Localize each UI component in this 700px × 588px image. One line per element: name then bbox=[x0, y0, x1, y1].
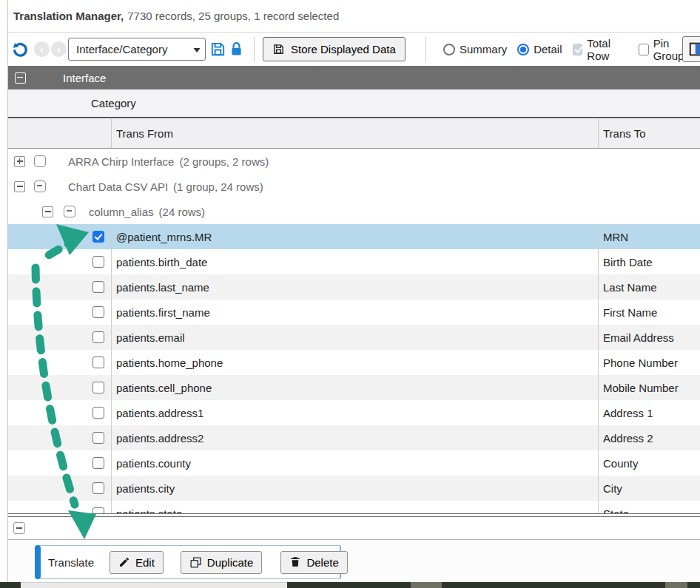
column-settings-button[interactable] bbox=[682, 36, 700, 62]
footer-collapse-row bbox=[8, 517, 700, 540]
trans-to-cell: State bbox=[598, 501, 700, 513]
interface-collapse-icon[interactable] bbox=[15, 72, 26, 84]
row-checkbox[interactable] bbox=[92, 432, 104, 444]
table-row[interactable]: patients.last_nameLast Name bbox=[8, 274, 700, 300]
total-row-checkbox[interactable] bbox=[573, 44, 583, 55]
trans-to-cell: MRN bbox=[598, 224, 700, 249]
row-checkbox[interactable] bbox=[92, 256, 104, 268]
group-checkbox[interactable] bbox=[64, 206, 75, 217]
row-checkbox-cell bbox=[8, 476, 111, 501]
row-checkbox-cell bbox=[8, 501, 111, 513]
group-row[interactable]: ARRA Chirp Interface(2 groups, 2 rows) bbox=[8, 149, 700, 174]
group-meta: (1 group, 24 rows) bbox=[173, 180, 263, 193]
duplicate-button[interactable]: Duplicate bbox=[181, 551, 263, 574]
row-checkbox-cell bbox=[8, 325, 111, 350]
trans-from-cell: patients.city bbox=[111, 476, 598, 501]
duplicate-button-label: Duplicate bbox=[207, 556, 254, 569]
row-checkbox-cell bbox=[8, 400, 111, 425]
next-button[interactable]: › bbox=[51, 41, 67, 57]
detail-radio-option[interactable]: Detail bbox=[517, 43, 562, 55]
background-strip bbox=[0, 582, 700, 588]
row-checkbox[interactable] bbox=[92, 281, 104, 293]
row-checkbox[interactable] bbox=[92, 507, 104, 513]
summary-radio-label: Summary bbox=[460, 43, 507, 55]
row-checkbox[interactable] bbox=[92, 231, 104, 243]
store-displayed-data-button[interactable]: Store Displayed Data bbox=[263, 37, 405, 61]
detail-radio[interactable] bbox=[517, 44, 529, 55]
translate-panel-label: Translate bbox=[48, 556, 94, 569]
row-checkbox[interactable] bbox=[92, 331, 104, 343]
group-checkbox[interactable] bbox=[34, 155, 46, 167]
table-row[interactable]: patients.cell_phoneMobile Number bbox=[8, 375, 700, 400]
group-row[interactable]: Chart Data CSV API(1 group, 24 rows) bbox=[8, 174, 700, 199]
row-checkbox[interactable] bbox=[92, 457, 104, 469]
background-strip-patch bbox=[411, 582, 442, 588]
toolbar: ‹ › Interface/Category ▾ Store Displayed… bbox=[8, 33, 700, 65]
row-checkbox-cell bbox=[8, 274, 111, 300]
trans-to-cell: Address 2 bbox=[598, 425, 700, 450]
lock-icon bbox=[229, 41, 244, 58]
row-checkbox[interactable] bbox=[92, 356, 104, 368]
row-checkbox-cell bbox=[8, 350, 111, 375]
row-checkbox-cell bbox=[8, 300, 111, 325]
row-checkbox-cell bbox=[8, 249, 111, 274]
table-row[interactable]: patients.stateState bbox=[8, 501, 700, 513]
columns-icon bbox=[689, 41, 700, 57]
lock-button[interactable] bbox=[228, 40, 244, 58]
background-strip-patch bbox=[665, 582, 687, 588]
footer-collapse-icon[interactable] bbox=[13, 522, 25, 534]
toolbar-separator bbox=[425, 37, 426, 61]
detail-radio-label: Detail bbox=[534, 43, 562, 55]
table-row[interactable]: patients.countyCounty bbox=[8, 450, 700, 476]
table-row[interactable]: patients.address2Address 2 bbox=[8, 425, 700, 450]
trans-from-column-header: Trans From bbox=[111, 119, 598, 148]
refresh-icon bbox=[10, 40, 30, 59]
row-checkbox[interactable] bbox=[92, 306, 104, 318]
trans-from-cell: patients.birth_date bbox=[111, 249, 598, 274]
store-save-icon bbox=[272, 43, 285, 55]
table-row[interactable]: patients.birth_dateBirth Date bbox=[8, 249, 700, 274]
table-row[interactable]: patients.cityCity bbox=[8, 476, 700, 501]
table-row[interactable]: patients.first_nameFirst Name bbox=[8, 300, 700, 325]
trans-to-cell: Last Name bbox=[598, 274, 700, 300]
trans-to-cell: City bbox=[598, 476, 700, 501]
expand-icon[interactable] bbox=[14, 156, 25, 167]
trans-from-cell: patients.home_phone bbox=[111, 350, 598, 375]
delete-button[interactable]: Delete bbox=[280, 551, 347, 574]
row-checkbox[interactable] bbox=[92, 382, 104, 393]
trans-to-cell: Mobile Number bbox=[598, 375, 700, 400]
trans-from-cell: patients.cell_phone bbox=[111, 375, 598, 400]
table-row[interactable]: patients.emailEmail Address bbox=[8, 325, 700, 350]
trans-to-cell: Phone Number bbox=[598, 350, 700, 375]
group-row[interactable]: column_alias(24 rows) bbox=[8, 199, 700, 224]
table-row[interactable]: patients.home_phonePhone Number bbox=[8, 350, 700, 375]
edit-button[interactable]: Edit bbox=[110, 551, 164, 574]
trans-to-cell: First Name bbox=[598, 300, 700, 325]
summary-radio-option[interactable]: Summary bbox=[443, 43, 507, 55]
group-checkbox[interactable] bbox=[34, 180, 46, 192]
view-mode-select[interactable]: Interface/Category ▾ bbox=[68, 38, 206, 61]
save-layout-button[interactable] bbox=[209, 40, 226, 58]
pin-groups-checkbox[interactable] bbox=[639, 44, 649, 55]
row-checkbox[interactable] bbox=[92, 407, 104, 419]
table-row[interactable]: patients.address1Address 1 bbox=[8, 400, 700, 425]
refresh-button[interactable] bbox=[10, 39, 30, 60]
summary-radio[interactable] bbox=[443, 44, 455, 55]
view-mode-value: Interface/Category bbox=[76, 43, 167, 55]
rows: ARRA Chirp Interface(2 groups, 2 rows)Ch… bbox=[8, 149, 700, 513]
collapse-icon[interactable] bbox=[14, 181, 25, 192]
trans-from-cell: patients.email bbox=[111, 325, 598, 350]
previous-button[interactable]: ‹ bbox=[34, 41, 50, 57]
delete-button-label: Delete bbox=[306, 556, 338, 569]
table-row[interactable]: @patient_mrns.MRMRN bbox=[8, 224, 700, 249]
footer-area: Translate Edit Duplicate Delete bbox=[8, 540, 700, 582]
row-checkbox[interactable] bbox=[92, 482, 104, 494]
category-band-label: Category bbox=[91, 97, 136, 109]
total-row-option[interactable]: Total Row bbox=[573, 37, 628, 62]
group-meta: (24 rows) bbox=[159, 206, 206, 218]
chevron-down-icon: ▾ bbox=[193, 44, 200, 55]
group-label: ARRA Chirp Interface bbox=[68, 155, 174, 168]
group-meta: (2 groups, 2 rows) bbox=[179, 155, 269, 168]
trans-from-cell: patients.address1 bbox=[111, 400, 598, 425]
collapse-icon[interactable] bbox=[42, 206, 53, 217]
